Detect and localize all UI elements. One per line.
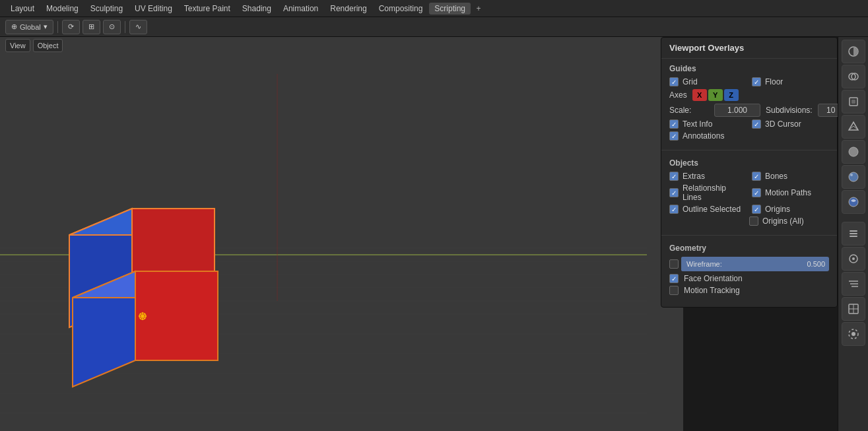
object-menu-btn[interactable]: Object: [33, 39, 63, 52]
menu-modeling[interactable]: Modeling: [41, 3, 84, 15]
tools-btn[interactable]: [842, 222, 865, 246]
face-orientation-row: Face Orientation: [669, 274, 829, 283]
origins-all-row: Origins (All): [669, 216, 829, 226]
view-menu-btn[interactable]: View: [5, 39, 30, 52]
extras-option: Extras: [669, 172, 747, 181]
wireframe-slider[interactable]: Wireframe: 0.500: [681, 257, 829, 271]
toolbar-sep-1: [57, 21, 58, 33]
proportional-icon: ⊙: [109, 22, 115, 31]
text-info-label: Text Info: [683, 119, 712, 129]
face-orientation-checkbox[interactable]: [669, 274, 679, 283]
geometry-section: Geometry Wireframe: 0.500 Face Orientati…: [661, 238, 837, 302]
grid-label: Grid: [683, 77, 698, 86]
scale-row: Scale: Subdivisions:: [669, 104, 829, 117]
wireframe-display-btn[interactable]: [842, 115, 865, 139]
snap-btn[interactable]: ⊞: [83, 20, 100, 34]
axis-y-btn[interactable]: Y: [708, 89, 723, 101]
bones-label: Bones: [765, 172, 787, 181]
floor-option: Floor: [752, 77, 829, 86]
guides-section: Guides Grid Floor Axes X Y Z Scale:: [661, 59, 837, 147]
menu-scripting[interactable]: Scripting: [429, 3, 471, 15]
bones-checkbox[interactable]: [752, 172, 761, 181]
annotations-checkbox[interactable]: [669, 131, 679, 141]
wireframe-checkbox[interactable]: [669, 259, 679, 269]
viewport-header: View Object: [0, 37, 683, 54]
menu-compositing[interactable]: Compositing: [374, 3, 428, 15]
face-orientation-label: Face Orientation: [684, 274, 743, 283]
wave-icon: ∿: [135, 22, 141, 31]
toolbar: ⊕ Global ▾ ⟳ ⊞ ⊙ ∿: [0, 17, 868, 37]
svg-rect-52: [850, 230, 857, 232]
motion-paths-label: Motion Paths: [765, 188, 811, 197]
menu-shading[interactable]: Shading: [237, 3, 277, 15]
menu-rendering[interactable]: Rendering: [325, 3, 372, 15]
section-separator-1: [661, 150, 837, 150]
menu-animation[interactable]: Animation: [278, 3, 323, 15]
menu-sculpting[interactable]: Sculpting: [85, 3, 128, 15]
menu-uv[interactable]: UV Editing: [129, 3, 178, 15]
extras-checkbox[interactable]: [669, 172, 679, 181]
properties-btn[interactable]: [842, 247, 865, 271]
relationship-lines-checkbox[interactable]: [669, 188, 679, 197]
svg-point-47: [849, 147, 858, 156]
bones-option: Bones: [752, 172, 829, 181]
text-info-option: Text Info: [669, 119, 747, 129]
scale-label: Scale:: [669, 106, 709, 115]
svg-point-55: [852, 257, 855, 260]
scale-input[interactable]: [714, 104, 760, 117]
outline-selected-checkbox[interactable]: [669, 205, 679, 214]
svg-point-62: [851, 332, 855, 336]
outliner-btn[interactable]: [842, 272, 865, 296]
extras-label: Extras: [683, 172, 705, 181]
viewport-shading-btn[interactable]: [842, 40, 865, 63]
origins-all-checkbox[interactable]: [749, 216, 758, 226]
svg-rect-51: [850, 233, 857, 234]
wireframe-row: Wireframe: 0.500: [669, 257, 829, 271]
axis-x-btn[interactable]: X: [692, 89, 707, 101]
menu-texture[interactable]: Texture Paint: [179, 3, 236, 15]
relationship-lines-label: Relationship Lines: [683, 183, 747, 202]
menu-layout[interactable]: Layout: [5, 3, 40, 15]
svg-point-49: [850, 174, 853, 176]
axes-buttons: X Y Z: [692, 89, 739, 101]
snap-transform-btn[interactable]: ⟳: [62, 20, 80, 34]
add-workspace-button[interactable]: +: [472, 2, 485, 15]
motion-tracking-row: Motion Tracking: [669, 286, 829, 295]
floor-label: Floor: [765, 77, 783, 86]
motion-tracking-label: Motion Tracking: [684, 286, 740, 295]
axis-z-btn[interactable]: Z: [724, 89, 739, 101]
origins-checkbox[interactable]: [752, 205, 761, 214]
outline-origins-row: Outline Selected Origins: [669, 205, 829, 214]
xray-btn[interactable]: [842, 90, 865, 114]
top-menu-bar: Layout Modeling Sculpting UV Editing Tex…: [0, 0, 868, 17]
transform-panel-btn[interactable]: [842, 297, 865, 321]
view-settings-btn[interactable]: [842, 322, 865, 346]
material-display-btn[interactable]: [842, 165, 865, 189]
svg-rect-43: [851, 100, 855, 104]
subdivisions-label: Subdivisions:: [766, 106, 813, 115]
text-info-checkbox[interactable]: [669, 119, 679, 129]
cursor-3d-checkbox[interactable]: [752, 119, 761, 129]
origins-label: Origins: [765, 205, 790, 214]
annotations-label: Annotations: [683, 131, 724, 141]
axes-label: Axes: [669, 90, 687, 100]
solid-display-btn[interactable]: [842, 140, 865, 164]
motion-paths-checkbox[interactable]: [752, 188, 761, 197]
motion-tracking-checkbox[interactable]: [669, 286, 679, 295]
grid-floor-row: Grid Floor: [669, 77, 829, 86]
grid-option: Grid: [669, 77, 747, 86]
panel-title: Viewport Overlays: [661, 38, 837, 59]
loop-icon: ⟳: [68, 22, 74, 31]
viewport-3d[interactable]: View Object: [0, 37, 683, 431]
grid-checkbox[interactable]: [669, 77, 679, 86]
floor-checkbox[interactable]: [752, 77, 761, 86]
cursor-3d-option: 3D Cursor: [752, 119, 829, 129]
section-separator-2: [661, 235, 837, 236]
transform-orientation-btn[interactable]: ⊕ Global ▾: [5, 20, 53, 34]
rendered-display-btn[interactable]: [842, 190, 865, 214]
wave-btn[interactable]: ∿: [129, 20, 147, 34]
proportional-btn[interactable]: ⊙: [103, 20, 121, 34]
origins-all-option: Origins (All): [749, 216, 829, 226]
svg-marker-33: [135, 271, 218, 360]
overlay-btn[interactable]: [842, 65, 865, 88]
